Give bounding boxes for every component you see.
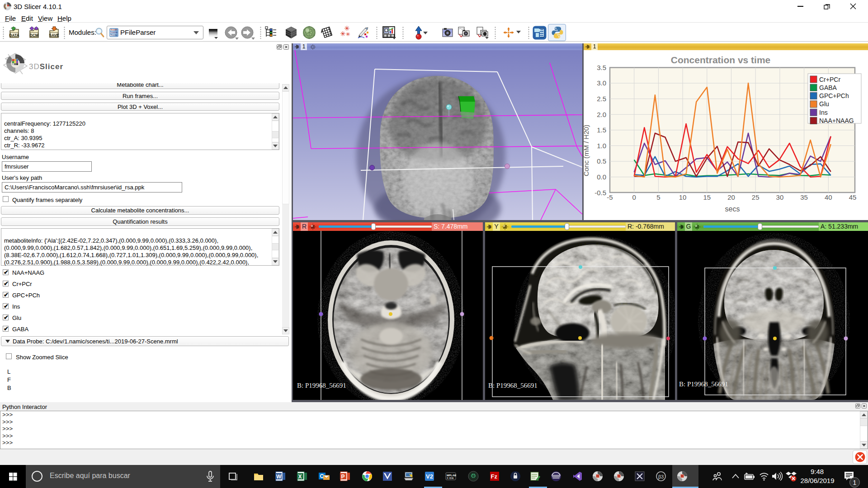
- svg-text:-0.5: -0.5: [594, 189, 606, 197]
- svg-text:GABA: GABA: [819, 84, 837, 91]
- svg-text:Ins: Ins: [819, 109, 828, 116]
- svg-text:Concentration vs time: Concentration vs time: [671, 55, 771, 65]
- svg-text:Template: Template: [111, 34, 118, 36]
- svg-text:40: 40: [825, 193, 832, 201]
- svg-text:2.5: 2.5: [597, 95, 606, 103]
- svg-text:B: P19968_56691: B: P19968_56691: [488, 382, 538, 389]
- svg-text:3: 3: [661, 474, 664, 479]
- svg-text:GPC+PCh: GPC+PCh: [819, 92, 849, 99]
- svg-text:15: 15: [703, 193, 711, 201]
- svg-text:1.0: 1.0: [597, 142, 606, 150]
- svg-text:B: P19968_56691: B: P19968_56691: [679, 380, 728, 388]
- svg-text:V2: V2: [426, 473, 433, 480]
- svg-text:X: X: [298, 474, 302, 480]
- svg-text:30: 30: [776, 193, 784, 201]
- svg-text:1.5: 1.5: [597, 126, 606, 134]
- svg-text:Cr+PCr: Cr+PCr: [819, 76, 840, 83]
- svg-text:P: P: [341, 474, 345, 480]
- svg-text:Loadable: Loadable: [111, 32, 118, 33]
- svg-text:5: 5: [656, 193, 660, 201]
- svg-text:DCM: DCM: [30, 33, 38, 38]
- svg-text:-5: -5: [607, 193, 613, 201]
- svg-text:10: 10: [679, 193, 687, 201]
- svg-text:Conc (mM / H20): Conc (mM / H20): [584, 125, 590, 176]
- svg-text:SAVE: SAVE: [49, 33, 59, 38]
- svg-text:Scripted: Scripted: [111, 29, 117, 31]
- svg-text:2.0: 2.0: [597, 111, 606, 118]
- svg-text:DATA: DATA: [9, 33, 19, 38]
- svg-text:20: 20: [727, 193, 735, 201]
- svg-text:Glu: Glu: [819, 100, 829, 108]
- svg-text:3.5: 3.5: [597, 64, 606, 71]
- svg-text:35: 35: [800, 193, 808, 201]
- svg-text:X IDE: X IDE: [447, 477, 454, 479]
- svg-text:45: 45: [849, 193, 857, 201]
- svg-text:0.5: 0.5: [597, 157, 606, 165]
- svg-text:0: 0: [632, 193, 636, 201]
- svg-text:W: W: [276, 474, 282, 480]
- svg-text:Fz: Fz: [491, 473, 498, 480]
- svg-text:0.0: 0.0: [597, 173, 606, 181]
- svg-text:B: P19968_56691: B: P19968_56691: [297, 382, 346, 389]
- svg-text:25: 25: [752, 193, 760, 201]
- svg-text:NAA+NAAG: NAA+NAAG: [819, 117, 854, 124]
- svg-text:3.0: 3.0: [597, 79, 606, 87]
- svg-text:secs: secs: [725, 205, 740, 213]
